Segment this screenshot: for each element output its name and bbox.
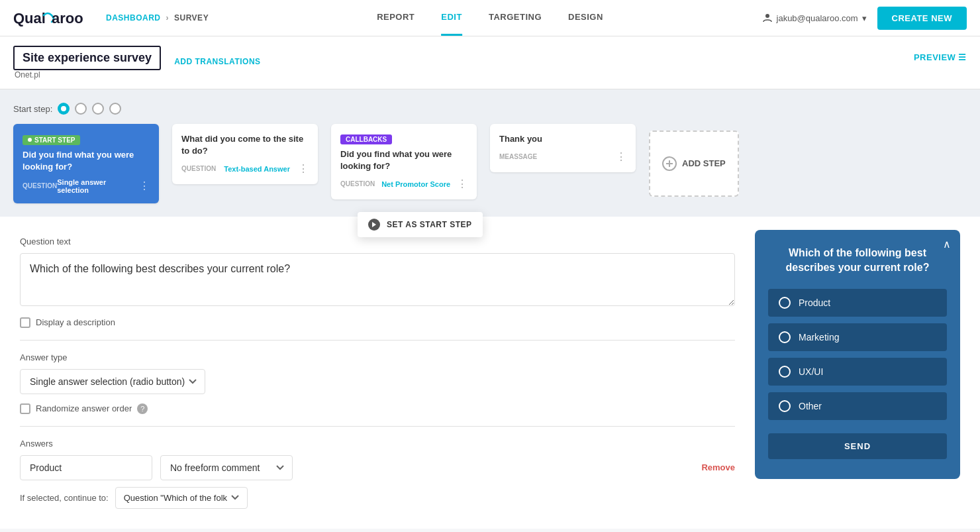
preview-option-label-1: Product	[799, 297, 830, 308]
callbacks-badge: CALLBACKS	[340, 134, 392, 144]
randomize-label: Randomize answer order	[36, 403, 132, 413]
add-step-label: ADD STEP	[682, 158, 726, 168]
step-card-footer-3: QUESTION Net Promotor Score ⋮	[340, 178, 467, 190]
breadcrumb-survey: SURVEY	[174, 13, 209, 23]
step-radio-2	[75, 103, 87, 115]
user-email: jakub@qualaroo.com	[777, 13, 858, 23]
section-divider-2	[20, 426, 735, 427]
if-selected-row-1: If selected, continue to: Question "Whic…	[20, 487, 735, 509]
logo: Qual aroo	[13, 7, 86, 28]
tab-design[interactable]: DESIGN	[568, 0, 603, 36]
steps-area: Start step: START STEP Did you find what…	[0, 89, 980, 217]
edit-form: Question text Display a description Answ…	[20, 237, 735, 509]
preview-radio-2	[779, 331, 791, 343]
survey-subtitle: Onet.pl	[13, 70, 261, 80]
answers-label: Answers	[20, 439, 735, 449]
survey-title-section: Site experience survey ADD TRANSLATIONS …	[13, 46, 261, 80]
breadcrumb-dashboard[interactable]: DASHBOARD	[106, 13, 161, 23]
question-text-label: Question text	[20, 237, 735, 246]
tab-edit[interactable]: EDIT	[441, 0, 462, 36]
preview-radio-1	[779, 297, 791, 309]
play-icon	[368, 219, 380, 231]
preview-radio-4	[779, 400, 791, 412]
step-card-2[interactable]: What did you come to the site to do? QUE…	[172, 124, 318, 184]
header: Qual aroo DASHBOARD › SURVEY REPORT EDIT…	[0, 0, 980, 36]
survey-bar-top: Site experience survey ADD TRANSLATIONS	[13, 46, 261, 70]
answer-row-1: No freeform comment Remove	[20, 455, 735, 480]
preview-button[interactable]: PREVIEW ☰	[914, 46, 967, 62]
edit-area: Question text Display a description Answ…	[0, 217, 980, 529]
preview-option-4[interactable]: Other	[768, 392, 947, 420]
preview-radio-3	[779, 366, 791, 378]
header-right: jakub@qualaroo.com ▾ CREATE NEW	[762, 7, 967, 30]
step-radio-3	[92, 103, 104, 115]
survey-bar: Site experience survey ADD TRANSLATIONS …	[0, 36, 980, 89]
tab-targeting[interactable]: TARGETING	[489, 0, 542, 36]
step-menu-1[interactable]: ⋮	[139, 180, 150, 192]
start-step-dot	[58, 103, 70, 115]
user-menu[interactable]: jakub@qualaroo.com ▾	[762, 13, 867, 23]
steps-row: START STEP Did you find what you were lo…	[13, 124, 967, 203]
preview-chevron-icon[interactable]: ∧	[943, 238, 951, 250]
nav-tabs: REPORT EDIT TARGETING DESIGN	[377, 0, 603, 36]
create-new-button[interactable]: CREATE NEW	[877, 7, 967, 30]
step-menu-2[interactable]: ⋮	[298, 162, 309, 175]
add-translations-button[interactable]: ADD TRANSLATIONS	[174, 50, 260, 66]
user-dropdown-icon: ▾	[862, 13, 867, 23]
start-step-label: Start step:	[13, 103, 967, 115]
step-card-1[interactable]: START STEP Did you find what you were lo…	[13, 124, 159, 203]
preview-option-2[interactable]: Marketing	[768, 323, 947, 351]
breadcrumb-separator: ›	[166, 13, 170, 23]
preview-question: Which of the following best describes yo…	[768, 246, 947, 276]
svg-text:Qual: Qual	[13, 10, 46, 27]
start-step-badge: START STEP	[23, 135, 80, 145]
step-card-footer-2: QUESTION Text-based Answer ⋮	[181, 162, 309, 175]
step-card-footer-4: MEASSAGE ⋮	[499, 150, 626, 163]
edit-main: Question text Display a description Answ…	[20, 237, 960, 509]
display-description-checkbox[interactable]	[20, 317, 30, 328]
step-card-title-4: Thank you	[499, 133, 626, 145]
step-card-title-3: Did you find what you were looking for?	[340, 148, 467, 172]
add-step-icon	[662, 156, 677, 171]
step-card-title-1: Did you find what you were looking for?	[23, 149, 150, 173]
step-card-4[interactable]: Thank you MEASSAGE ⋮	[490, 124, 636, 172]
svg-marker-5	[372, 222, 376, 227]
preview-option-label-2: Marketing	[799, 332, 839, 343]
svg-point-2	[765, 14, 769, 18]
display-description-row: Display a description	[20, 317, 735, 328]
step-menu-3[interactable]: ⋮	[457, 178, 467, 190]
breadcrumb: DASHBOARD › SURVEY	[106, 13, 209, 23]
help-icon[interactable]: ?	[137, 403, 148, 414]
step-card-footer-1: QUESTION Single answer selection ⋮	[23, 178, 150, 194]
randomize-checkbox[interactable]	[20, 403, 30, 414]
if-selected-label: If selected, continue to:	[20, 493, 109, 503]
section-divider-1	[20, 340, 735, 341]
add-step-button[interactable]: ADD STEP	[649, 131, 739, 197]
remove-button-1[interactable]: Remove	[701, 462, 735, 472]
survey-title[interactable]: Site experience survey	[13, 46, 161, 70]
svg-text:aroo: aroo	[52, 10, 83, 27]
preview-option-1[interactable]: Product	[768, 289, 947, 317]
preview-panel: ∧ Which of the following best describes …	[755, 230, 960, 479]
step-menu-4[interactable]: ⋮	[616, 150, 626, 163]
step-radio-4	[109, 103, 121, 115]
preview-option-label-3: UX/UI	[799, 366, 823, 377]
display-description-label: Display a description	[36, 317, 115, 327]
context-menu[interactable]: SET AS START STEP	[358, 212, 483, 237]
step-card-title-2: What did you come to the site to do?	[181, 133, 309, 157]
randomize-row: Randomize answer order ?	[20, 403, 735, 414]
answer-type-label: Answer type	[20, 352, 735, 362]
continue-select-1[interactable]: Question "Which of the folk	[115, 487, 248, 509]
preview-option-3[interactable]: UX/UI	[768, 358, 947, 386]
step-card-3[interactable]: CALLBACKS Did you find what you were loo…	[331, 124, 477, 199]
context-menu-label: SET AS START STEP	[387, 220, 472, 229]
tab-report[interactable]: REPORT	[377, 0, 415, 36]
preview-send-button[interactable]: SEND	[768, 433, 947, 459]
question-text-input[interactable]	[20, 253, 735, 306]
answer-input-1[interactable]	[20, 455, 152, 480]
answer-type-select[interactable]: Single answer selection (radio button)	[20, 369, 205, 394]
preview-option-label-4: Other	[799, 401, 822, 411]
freeform-select-1[interactable]: No freeform comment	[160, 455, 293, 480]
